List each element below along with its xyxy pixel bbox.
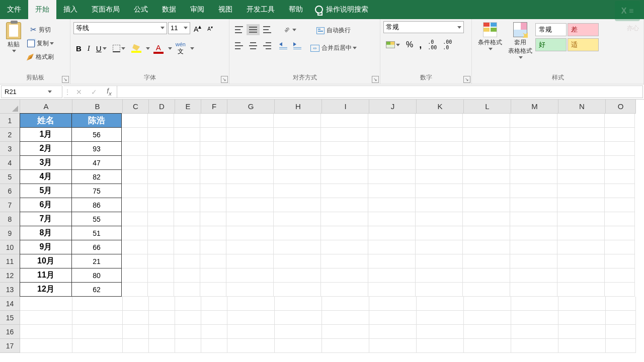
cell-K8[interactable] xyxy=(416,212,463,226)
cell-I10[interactable] xyxy=(321,240,368,254)
cell-O9[interactable] xyxy=(605,226,635,240)
row-header-9[interactable]: 9 xyxy=(0,226,20,240)
col-header-H[interactable]: H xyxy=(275,100,322,114)
cell-J2[interactable] xyxy=(368,128,416,142)
cell-I11[interactable] xyxy=(321,254,368,268)
cell-H8[interactable] xyxy=(274,212,321,226)
cell-A3[interactable]: 2月 xyxy=(20,141,72,156)
cell-H3[interactable] xyxy=(274,142,321,156)
row-header-15[interactable]: 15 xyxy=(0,311,20,325)
col-header-B[interactable]: B xyxy=(72,100,123,114)
cell-B9[interactable]: 51 xyxy=(71,226,122,240)
cell-M13[interactable] xyxy=(510,283,557,297)
increase-decimal-button[interactable]: .0.00 xyxy=(425,37,439,52)
cell-H12[interactable] xyxy=(274,268,321,283)
cell-E13[interactable] xyxy=(174,283,200,297)
cell-C12[interactable] xyxy=(122,268,148,283)
cell-B11[interactable]: 21 xyxy=(71,254,122,268)
col-header-E[interactable]: E xyxy=(175,100,201,114)
cell-G13[interactable] xyxy=(226,283,274,297)
cell-M10[interactable] xyxy=(510,240,557,254)
cell-O7[interactable] xyxy=(605,198,635,212)
style-neutral[interactable]: 适 xyxy=(568,38,599,51)
cell-O8[interactable] xyxy=(605,212,635,226)
cell-A10[interactable]: 9月 xyxy=(20,240,72,254)
cell-C10[interactable] xyxy=(122,240,148,254)
cell-H4[interactable] xyxy=(274,156,321,170)
cell-M7[interactable] xyxy=(510,198,557,212)
col-header-K[interactable]: K xyxy=(417,100,464,114)
cell-K11[interactable] xyxy=(416,254,463,268)
formula-input[interactable] xyxy=(117,85,643,98)
cell-A6[interactable]: 5月 xyxy=(20,184,72,198)
orientation-button[interactable] xyxy=(277,24,304,35)
cell-G6[interactable] xyxy=(226,184,274,198)
cell-B13[interactable]: 62 xyxy=(71,282,122,297)
cell-H6[interactable] xyxy=(274,184,321,198)
cell-D10[interactable] xyxy=(148,240,174,254)
cell-D15[interactable] xyxy=(149,311,175,325)
cell-J14[interactable] xyxy=(369,297,417,311)
name-box-input[interactable] xyxy=(2,88,47,96)
menu-tab-5[interactable]: 数据 xyxy=(155,0,183,19)
cell-K10[interactable] xyxy=(416,240,463,254)
cell-E4[interactable] xyxy=(174,156,200,170)
cell-N5[interactable] xyxy=(557,170,605,184)
col-header-C[interactable]: C xyxy=(123,100,149,114)
cell-J6[interactable] xyxy=(368,184,416,198)
cell-A15[interactable] xyxy=(20,311,72,325)
accounting-button[interactable] xyxy=(383,39,403,50)
cell-G7[interactable] xyxy=(226,198,274,212)
cell-O15[interactable] xyxy=(606,311,636,325)
cell-K17[interactable] xyxy=(417,339,464,353)
cell-G12[interactable] xyxy=(226,268,274,283)
cell-J3[interactable] xyxy=(368,142,416,156)
cell-D6[interactable] xyxy=(148,184,174,198)
cell-E17[interactable] xyxy=(175,339,201,353)
decrease-decimal-button[interactable]: .00.0 xyxy=(440,37,454,52)
cell-D12[interactable] xyxy=(148,268,174,283)
cell-L16[interactable] xyxy=(464,325,511,339)
cell-L2[interactable] xyxy=(463,128,510,142)
cell-F9[interactable] xyxy=(200,226,226,240)
grow-font-button[interactable]: A▴ xyxy=(191,21,204,35)
cell-L12[interactable] xyxy=(463,268,510,283)
cell-L8[interactable] xyxy=(463,212,510,226)
cell-I12[interactable] xyxy=(321,268,368,283)
cell-O4[interactable] xyxy=(605,156,635,170)
menu-tab-6[interactable]: 审阅 xyxy=(183,0,211,19)
cell-D1[interactable] xyxy=(148,114,174,128)
menu-tab-2[interactable]: 插入 xyxy=(56,0,85,19)
cell-M5[interactable] xyxy=(510,170,557,184)
fill-color-button[interactable] xyxy=(129,42,144,55)
cell-C4[interactable] xyxy=(122,156,148,170)
align-top-button[interactable] xyxy=(232,24,246,35)
cell-D9[interactable] xyxy=(148,226,174,240)
cell-M11[interactable] xyxy=(510,254,557,268)
chevron-down-icon[interactable] xyxy=(160,27,165,29)
menu-tab-9[interactable]: 帮助 xyxy=(282,0,310,19)
cell-O2[interactable] xyxy=(605,128,635,142)
cell-A8[interactable]: 7月 xyxy=(20,212,72,226)
cell-J15[interactable] xyxy=(369,311,417,325)
cell-N11[interactable] xyxy=(557,254,605,268)
cell-K3[interactable] xyxy=(416,142,463,156)
cell-K16[interactable] xyxy=(417,325,464,339)
cell-M6[interactable] xyxy=(510,184,557,198)
tell-me[interactable]: 操作说明搜索 xyxy=(310,0,373,19)
cell-C13[interactable] xyxy=(122,283,148,297)
cell-F1[interactable] xyxy=(200,114,226,128)
cell-L17[interactable] xyxy=(464,339,511,353)
cell-M9[interactable] xyxy=(510,226,557,240)
cell-E14[interactable] xyxy=(175,297,201,311)
cell-E11[interactable] xyxy=(174,254,200,268)
cell-F15[interactable] xyxy=(201,311,227,325)
cell-F4[interactable] xyxy=(200,156,226,170)
cell-I3[interactable] xyxy=(321,142,368,156)
format-painter-button[interactable]: 格式刷 xyxy=(24,51,56,63)
font-name-combo[interactable] xyxy=(73,22,167,34)
cell-B2[interactable]: 56 xyxy=(71,127,122,142)
cell-C14[interactable] xyxy=(123,297,149,311)
cell-J17[interactable] xyxy=(369,339,417,353)
conditional-format-button[interactable]: 条件格式 xyxy=(475,21,505,51)
